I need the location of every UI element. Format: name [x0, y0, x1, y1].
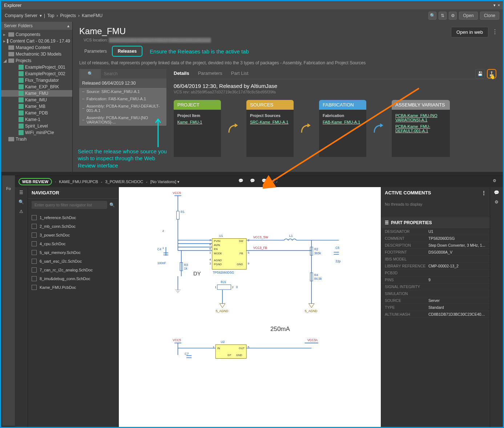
tree-project-item[interactable]: Kame_MB [1, 103, 72, 110]
tree-projects[interactable]: ◢Projects [1, 57, 72, 64]
tab-releases[interactable]: Releases [112, 46, 142, 57]
svg-text:R4: R4 [314, 273, 318, 277]
svg-text:VCC5: VCC5 [173, 191, 181, 195]
collapse-icon[interactable]: ▴ [67, 23, 69, 28]
link-sources[interactable]: SRC-Kame_FMU-A.1 [250, 120, 290, 124]
tree-project-item[interactable]: ExampleProject_002 [1, 70, 72, 77]
tree-project-item[interactable]: Kame_EXP_BRK [1, 84, 72, 90]
crumb-current[interactable]: KameFMU [82, 13, 102, 18]
navigator-filter-input[interactable] [32, 201, 107, 209]
comments-panel-icon[interactable]: 💬 [494, 190, 499, 195]
svg-text:IN: IN [217, 347, 220, 350]
kebab-icon[interactable]: ⋮ [481, 190, 486, 195]
crumb-projects[interactable]: Projects [60, 13, 76, 18]
release-item[interactable]: Source: SRC-Kame_FMU-A.1 [79, 88, 166, 95]
detail-tab-parameters[interactable]: Parameters [198, 70, 222, 76]
breadcrumb-doc[interactable]: 3_POWER.SCHDOC [105, 179, 143, 184]
svg-text:GND: GND [236, 354, 242, 357]
warning-icon[interactable]: ⚠ [19, 209, 23, 214]
release-group-header[interactable]: Released 06/04/2019 12:30 [79, 78, 166, 88]
breadcrumb-project[interactable]: KAME_FMU.PRJPCB [59, 179, 98, 184]
tree-managed[interactable]: Managed Content [1, 44, 72, 51]
nav-doc-item[interactable]: 2_mb_conn.SchDoc [28, 222, 118, 231]
svg-text:AGND: AGND [214, 259, 222, 262]
tree-mech3d[interactable]: Mechatronic 3D Models [1, 51, 72, 57]
tree-project-item-selected[interactable]: Kame_FMU [1, 90, 72, 97]
close-icon[interactable]: × [498, 3, 500, 8]
nav-doc-item[interactable]: 7_can_rc_i2c_analog.SchDoc [28, 266, 118, 274]
comment-region-icon[interactable]: 💬 [262, 178, 268, 185]
svg-text:5: 5 [248, 251, 249, 254]
svg-text:R2: R2 [314, 247, 318, 251]
release-detail-title: 06/04/2019 12:30, Released by AltiumJase [174, 83, 496, 89]
web-review-icon[interactable]: 👆 [487, 69, 496, 78]
nav-doc-item[interactable]: 6_uart_esc_i2c.SchDoc [28, 257, 118, 266]
tree-project-item[interactable]: Kame-1 [1, 116, 72, 123]
svg-rect-5 [177, 211, 180, 219]
open-button[interactable]: Open [459, 12, 477, 20]
nav-doc-item[interactable]: 8_imu&debug_conn.SchDoc [28, 274, 118, 283]
part-properties-title: PART PROPERTIES [391, 220, 432, 225]
comment-add-icon[interactable]: 💬 [250, 178, 257, 185]
search-icon[interactable]: 🔍 [19, 199, 24, 205]
release-item[interactable]: Assembly: PCBA-Kame_FMU-DEFAULT-001-A.1 [79, 102, 166, 114]
svg-text:250mA: 250mA [270, 326, 290, 332]
tree-project-item[interactable]: Spirit_Level [1, 123, 72, 129]
minimize-icon[interactable]: ▾ [493, 3, 496, 8]
tree-project-item[interactable]: ExampleProject_001 [1, 64, 72, 70]
svg-text:22p: 22p [335, 259, 340, 263]
svg-text:L1: L1 [289, 234, 293, 238]
nav-doc-item[interactable]: Kame_FMU.PcbDoc [28, 283, 118, 292]
property-row: DesignatorU1 [381, 228, 490, 235]
card-sources: SOURCES Project SourcesSRC-Kame_FMU-A.1 [246, 100, 294, 158]
tree-project-item[interactable]: Kame_IMU [1, 97, 72, 103]
nav-doc-item[interactable]: 5_spi_memory.SchDoc [28, 248, 118, 257]
svg-text:3: 3 [209, 262, 211, 265]
open-in-web-button[interactable]: Open in web [451, 27, 488, 37]
properties-panel-icon[interactable]: ⚙ [495, 199, 499, 205]
gear-icon[interactable]: ⚙ [493, 178, 499, 185]
title-bar: Explorer ▾ × [1, 1, 503, 9]
variations-dropdown[interactable]: [No Variations] ▾ [150, 179, 180, 184]
tree-project-item[interactable]: WiFi_miniPCIe [1, 129, 72, 136]
schematic-canvas[interactable]: .wire{stroke:#2060c0;stroke-width:1.5;fi… [119, 187, 381, 427]
folder-panel-tab[interactable]: Fo [2, 175, 15, 426]
save-icon[interactable]: 💾 [475, 69, 485, 78]
search-icon[interactable]: 🔍 [79, 69, 101, 78]
release-search-input[interactable] [101, 69, 166, 78]
card-fabrication: FABRICATION FabricationFAB-Kame_FMU-A.1 [319, 100, 366, 158]
detail-tab-details[interactable]: Details [174, 70, 189, 76]
svg-text:9: 9 [248, 262, 249, 265]
menu-icon[interactable]: ☰ [19, 190, 23, 195]
nav-doc-item[interactable]: 3_power.SchDoc [28, 231, 118, 239]
tree-trash[interactable]: Trash [1, 136, 72, 142]
comment-icon[interactable]: 💬 [238, 178, 245, 185]
tree-project-item[interactable]: Flux_Triangulator [1, 77, 72, 84]
detail-tab-partlist[interactable]: Part List [231, 70, 249, 76]
tree-content-cart[interactable]: ▸Content Cart - 02.06.19 - 17.49 [1, 38, 72, 44]
link-fab[interactable]: FAB-Kame_FMU-A.1 [323, 120, 363, 124]
svg-text:C7: C7 [185, 352, 189, 356]
link-assembly2[interactable]: PCBA-Kame_FMU-DEFAULT-001-A.1 [395, 124, 446, 133]
tab-parameters[interactable]: Parameters [79, 47, 112, 56]
search-icon[interactable]: 🔍 [109, 202, 115, 207]
gear-icon[interactable]: ⚙ [449, 12, 457, 20]
release-item[interactable]: Fabrication: FAB-Kame_FMU-A.1 [79, 95, 166, 102]
kebab-icon[interactable]: ⋮ [492, 28, 498, 35]
svg-text:PGND: PGND [214, 263, 222, 266]
nav-doc-item[interactable]: 4_cpu.SchDoc [28, 239, 118, 248]
tree-project-item[interactable]: Kame_PDB [1, 110, 72, 116]
link-assembly1[interactable]: PCBA-Kame_FMU-[NO VARIATIONS]-A.1 [395, 113, 446, 122]
search-icon[interactable]: 🔍 [428, 12, 436, 20]
server-dropdown[interactable]: Company Server [5, 13, 37, 18]
svg-text:S_AGND: S_AGND [305, 309, 317, 313]
nav-doc-item[interactable]: 1_reference.SchDoc [28, 213, 118, 222]
vcs-rev: VCS rev: ab25b9f5aa27d32719e36c17d78c8c5… [174, 90, 496, 94]
crumb-top[interactable]: Top [47, 13, 54, 18]
svg-text:1k: 1k [184, 267, 188, 270]
link-project[interactable]: Kame_FMU-1 [177, 120, 217, 124]
clone-button[interactable]: Clone [480, 12, 499, 20]
tree-components[interactable]: ▸Components [1, 31, 72, 38]
fullscreen-icon[interactable]: ⛶ [273, 178, 280, 185]
refresh-icon[interactable]: ⇅ [439, 12, 447, 20]
